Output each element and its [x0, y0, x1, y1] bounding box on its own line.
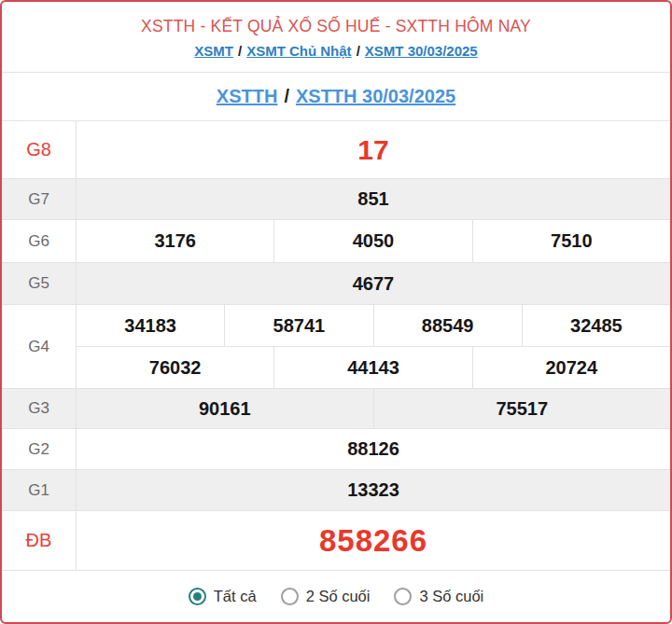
breadcrumb-link-xsmt-chu-nhat[interactable]: XSMT Chủ Nhật: [246, 43, 352, 59]
prize-row-g3: G3 90161 75517: [2, 389, 670, 429]
breadcrumb-separator: /: [233, 43, 246, 59]
radio-unselected-icon[interactable]: [394, 588, 412, 605]
prize-row-g7: G7 851: [2, 179, 670, 220]
prize-label-g6: G6: [2, 220, 77, 262]
prize-value-g4-7: 20724: [472, 347, 670, 388]
subheader-link-xstth-date[interactable]: XSTTH 30/03/2025: [296, 86, 455, 107]
prize-label-g1: G1: [2, 470, 77, 510]
prize-value-g4-6: 44143: [273, 347, 471, 388]
prize-value-g7: 851: [77, 179, 670, 219]
page-title: XSTTH - KẾT QUẢ XỔ SỐ HUẾ - SXTTH HÔM NA…: [141, 17, 531, 36]
filter-option-3-digits[interactable]: 3 Số cuối: [394, 588, 483, 605]
prize-value-g5: 4677: [77, 263, 670, 304]
filter-option-all-label[interactable]: Tất cả: [214, 588, 257, 605]
filter-option-all[interactable]: Tất cả: [189, 588, 257, 605]
prize-row-g2: G2 88126: [2, 429, 670, 470]
subheader: XSTTH/XSTTH 30/03/2025: [2, 73, 670, 121]
prize-row-g5: G5 4677: [2, 263, 670, 305]
subheader-separator: /: [277, 86, 296, 107]
prize-value-g4-4: 32485: [522, 305, 670, 346]
prize-label-g2: G2: [2, 429, 77, 469]
prize-row-g8: G8 17: [2, 121, 670, 179]
breadcrumb-link-xsmt-date[interactable]: XSMT 30/03/2025: [365, 43, 478, 59]
prize-label-db: ĐB: [2, 511, 77, 570]
prize-row-g4: G4 34183 58741 88549 32485 76032 44143 2…: [2, 305, 670, 389]
prize-label-g4: G4: [2, 305, 77, 388]
prize-label-g5: G5: [2, 263, 77, 304]
breadcrumb-link-xsmt[interactable]: XSMT: [194, 43, 233, 59]
prize-value-g4-1: 34183: [77, 305, 224, 346]
prize-value-g6-3: 7510: [472, 220, 670, 262]
prize-value-g4-2: 58741: [224, 305, 372, 346]
prize-row-g4-line2: 76032 44143 20724: [77, 347, 670, 388]
breadcrumb-separator: /: [352, 43, 365, 59]
prize-value-g4-3: 88549: [373, 305, 522, 346]
filter-option-2-digits[interactable]: 2 Số cuối: [281, 588, 371, 605]
prize-value-db: 858266: [77, 511, 670, 570]
filter-option-2-digits-label[interactable]: 2 Số cuối: [306, 588, 371, 605]
radio-unselected-icon[interactable]: [281, 588, 299, 605]
subheader-link-xstth[interactable]: XSTTH: [217, 86, 278, 107]
prize-row-g6: G6 3176 4050 7510: [2, 220, 670, 263]
prize-row-g4-line1: 34183 58741 88549 32485: [77, 305, 670, 347]
prize-value-g3-2: 75517: [373, 389, 671, 428]
prize-value-g3-1: 90161: [77, 389, 373, 428]
header: XSTTH - KẾT QUẢ XỔ SỐ HUẾ - SXTTH HÔM NA…: [2, 2, 670, 73]
filter-options: Tất cả 2 Số cuối 3 Số cuối: [2, 571, 670, 622]
filter-option-3-digits-label[interactable]: 3 Số cuối: [419, 588, 483, 605]
prize-label-g7: G7: [2, 179, 77, 219]
prize-label-g3: G3: [2, 389, 77, 428]
prize-row-db: ĐB 858266: [2, 511, 670, 571]
prize-value-g6-2: 4050: [273, 220, 471, 262]
lottery-results-card: XSTTH - KẾT QUẢ XỔ SỐ HUẾ - SXTTH HÔM NA…: [0, 0, 672, 624]
prize-value-g8: 17: [77, 121, 670, 178]
prize-row-g1: G1 13323: [2, 470, 670, 511]
results-table: G8 17 G7 851 G6 3176 4050 7510 G5 4677: [2, 121, 670, 571]
prize-value-g1: 13323: [77, 470, 670, 510]
prize-value-g6-1: 3176: [77, 220, 273, 262]
prize-label-g8: G8: [2, 121, 77, 178]
radio-selected-icon[interactable]: [189, 588, 206, 605]
prize-value-g4-5: 76032: [77, 347, 273, 388]
breadcrumb: XSMT/XSMT Chủ Nhật/XSMT 30/03/2025: [194, 43, 477, 59]
prize-value-g2: 88126: [77, 429, 670, 469]
